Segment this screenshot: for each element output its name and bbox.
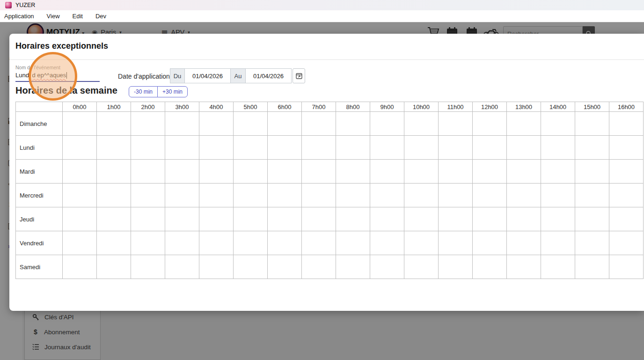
schedule-cell[interactable] (131, 112, 165, 136)
schedule-cell[interactable] (199, 184, 234, 207)
schedule-cell[interactable] (131, 255, 165, 279)
schedule-cell[interactable] (234, 136, 268, 160)
schedule-cell[interactable] (609, 207, 644, 231)
schedule-cell[interactable] (97, 112, 131, 136)
schedule-cell[interactable] (575, 112, 609, 136)
date-to-input[interactable] (246, 68, 292, 83)
schedule-cell[interactable] (165, 255, 199, 279)
schedule-cell[interactable] (268, 231, 302, 255)
schedule-cell[interactable] (165, 184, 199, 207)
schedule-cell[interactable] (97, 184, 131, 207)
schedule-cell[interactable] (541, 207, 575, 231)
schedule-cell[interactable] (97, 207, 131, 231)
schedule-cell[interactable] (507, 207, 541, 231)
schedule-cell[interactable] (268, 207, 302, 231)
schedule-cell[interactable] (575, 160, 609, 184)
schedule-cell[interactable] (336, 207, 370, 231)
schedule-cell[interactable] (404, 255, 439, 279)
schedule-cell[interactable] (609, 112, 644, 136)
schedule-cell[interactable] (404, 160, 439, 184)
schedule-cell[interactable] (63, 184, 97, 207)
schedule-cell[interactable] (473, 160, 507, 184)
schedule-cell[interactable] (541, 231, 575, 255)
schedule-cell[interactable] (439, 184, 473, 207)
schedule-cell[interactable] (199, 136, 234, 160)
schedule-cell[interactable] (302, 160, 336, 184)
schedule-cell[interactable] (541, 184, 575, 207)
date-picker-button[interactable] (293, 68, 305, 83)
schedule-cell[interactable] (575, 255, 609, 279)
schedule-cell[interactable] (97, 160, 131, 184)
schedule-cell[interactable] (609, 136, 644, 160)
schedule-cell[interactable] (199, 160, 234, 184)
schedule-cell[interactable] (541, 112, 575, 136)
schedule-cell[interactable] (268, 255, 302, 279)
schedule-cell[interactable] (609, 255, 644, 279)
schedule-cell[interactable] (507, 184, 541, 207)
schedule-cell[interactable] (97, 231, 131, 255)
schedule-cell[interactable] (234, 207, 268, 231)
schedule-cell[interactable] (268, 112, 302, 136)
schedule-cell[interactable] (507, 160, 541, 184)
schedule-cell[interactable] (302, 207, 336, 231)
schedule-cell[interactable] (63, 160, 97, 184)
schedule-cell[interactable] (507, 136, 541, 160)
schedule-cell[interactable] (336, 160, 370, 184)
schedule-cell[interactable] (268, 160, 302, 184)
schedule-cell[interactable] (199, 112, 234, 136)
schedule-cell[interactable] (97, 136, 131, 160)
minus-30min-button[interactable]: -30 min (129, 86, 158, 97)
schedule-cell[interactable] (165, 160, 199, 184)
schedule-cell[interactable] (370, 136, 404, 160)
schedule-cell[interactable] (336, 255, 370, 279)
schedule-cell[interactable] (473, 112, 507, 136)
schedule-cell[interactable] (609, 160, 644, 184)
schedule-cell[interactable] (131, 184, 165, 207)
schedule-cell[interactable] (336, 112, 370, 136)
plus-30min-button[interactable]: +30 min (157, 86, 188, 97)
menu-application[interactable]: Application (4, 13, 34, 20)
date-from-input[interactable] (185, 68, 231, 83)
schedule-cell[interactable] (302, 231, 336, 255)
schedule-cell[interactable] (404, 136, 439, 160)
schedule-cell[interactable] (234, 160, 268, 184)
schedule-cell[interactable] (404, 184, 439, 207)
schedule-cell[interactable] (234, 184, 268, 207)
schedule-cell[interactable] (370, 255, 404, 279)
schedule-cell[interactable] (439, 207, 473, 231)
schedule-cell[interactable] (131, 136, 165, 160)
schedule-cell[interactable] (439, 255, 473, 279)
schedule-cell[interactable] (541, 160, 575, 184)
schedule-cell[interactable] (473, 136, 507, 160)
schedule-cell[interactable] (473, 255, 507, 279)
schedule-cell[interactable] (575, 231, 609, 255)
schedule-cell[interactable] (63, 112, 97, 136)
schedule-cell[interactable] (234, 231, 268, 255)
schedule-cell[interactable] (507, 112, 541, 136)
schedule-cell[interactable] (370, 160, 404, 184)
schedule-cell[interactable] (63, 136, 97, 160)
schedule-cell[interactable] (165, 136, 199, 160)
schedule-cell[interactable] (97, 255, 131, 279)
schedule-cell[interactable] (507, 255, 541, 279)
menu-dev[interactable]: Dev (95, 13, 106, 20)
schedule-cell[interactable] (439, 136, 473, 160)
menu-edit[interactable]: Edit (73, 13, 83, 20)
schedule-cell[interactable] (63, 255, 97, 279)
schedule-cell[interactable] (609, 184, 644, 207)
schedule-cell[interactable] (268, 136, 302, 160)
schedule-cell[interactable] (336, 184, 370, 207)
schedule-cell[interactable] (575, 136, 609, 160)
schedule-cell[interactable] (575, 207, 609, 231)
schedule-cell[interactable] (336, 231, 370, 255)
schedule-cell[interactable] (473, 231, 507, 255)
schedule-cell[interactable] (234, 255, 268, 279)
schedule-cell[interactable] (165, 231, 199, 255)
schedule-cell[interactable] (473, 207, 507, 231)
schedule-cell[interactable] (268, 184, 302, 207)
schedule-cell[interactable] (439, 112, 473, 136)
schedule-cell[interactable] (370, 207, 404, 231)
menu-view[interactable]: View (47, 13, 60, 20)
schedule-cell[interactable] (199, 231, 234, 255)
schedule-cell[interactable] (302, 184, 336, 207)
